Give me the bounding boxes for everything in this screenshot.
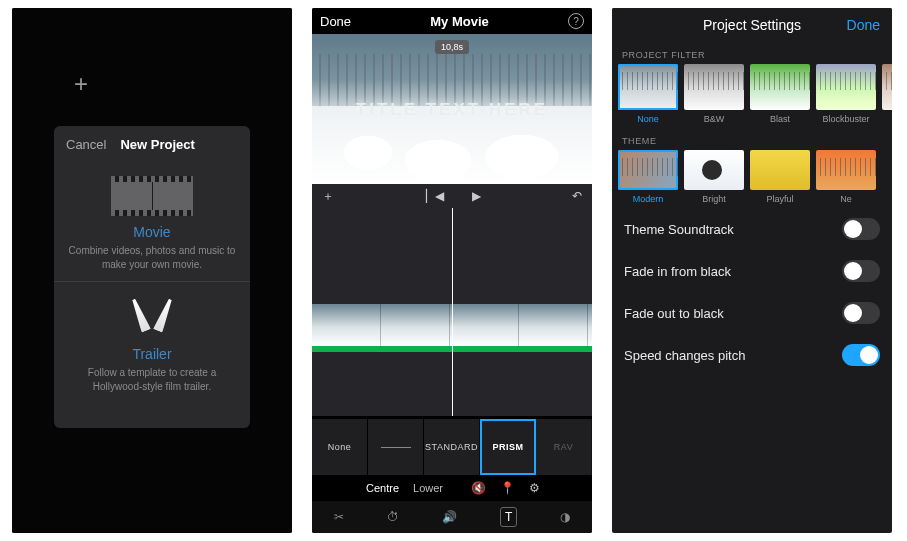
toggle-speed-pitch[interactable] (842, 344, 880, 366)
undo-icon[interactable]: ↶ (572, 189, 582, 203)
title-style-none[interactable]: None (312, 419, 368, 475)
title-position-row: Centre Lower 🔇 📍 ⚙ (312, 475, 592, 501)
prev-frame-icon[interactable]: ▏◀ (426, 189, 444, 203)
sheet-title: New Project (120, 137, 194, 152)
setting-label: Fade out to black (624, 306, 724, 321)
panel-settings: Project Settings Done PROJECT FILTER Non… (612, 8, 892, 533)
done-button[interactable]: Done (320, 14, 351, 29)
filter-bw[interactable]: B&W (684, 64, 744, 124)
setting-label: Speed changes pitch (624, 348, 745, 363)
position-lower[interactable]: Lower (413, 482, 443, 494)
titles-tool-icon[interactable]: T (500, 507, 517, 527)
bottom-toolbar: ✂ ⏱ 🔊 T ◑ (312, 501, 592, 533)
panel-new-project: + Cancel New Project Movie Combine video… (12, 8, 292, 533)
filters-tool-icon[interactable]: ◑ (560, 510, 570, 524)
filter-blockbuster[interactable]: Blockbuster (816, 64, 876, 124)
option-movie[interactable]: Movie Combine videos, photos and music t… (54, 162, 250, 281)
project-title: My Movie (430, 14, 489, 29)
cancel-button[interactable]: Cancel (66, 137, 106, 152)
setting-speed-pitch: Speed changes pitch (612, 334, 892, 376)
theme-bright[interactable]: Bright (684, 150, 744, 204)
preview-viewport: 10,8s TITLE TEXT HERE (312, 34, 592, 184)
mute-icon[interactable]: 🔇 (471, 481, 486, 495)
title-style-more[interactable]: RAV (536, 419, 592, 475)
toggle-theme-soundtrack[interactable] (842, 218, 880, 240)
play-icon[interactable]: ▶ (472, 189, 481, 203)
speed-icon[interactable]: ⏱ (387, 510, 399, 524)
option-trailer-desc: Follow a template to create a Hollywood-… (68, 366, 236, 393)
volume-icon[interactable]: 🔊 (442, 510, 457, 524)
add-icon[interactable]: + (74, 70, 88, 98)
setting-fade-out: Fade out to black (612, 292, 892, 334)
spotlight-icon (127, 296, 177, 338)
title-overlay-text[interactable]: TITLE TEXT HERE (312, 100, 592, 120)
title-style-picker: None STANDARD PRISM RAV (312, 419, 592, 475)
title-style-standard[interactable]: STANDARD (424, 419, 480, 475)
settings-list: Theme Soundtrack Fade in from black Fade… (612, 208, 892, 376)
panel-editor: Done My Movie ? 10,8s TITLE TEXT HERE ＋ … (312, 8, 592, 533)
position-centre[interactable]: Centre (366, 482, 399, 494)
title-style-simple[interactable] (368, 419, 424, 475)
theme-row[interactable]: Modern Bright Playful Ne (612, 150, 892, 208)
theme-modern[interactable]: Modern (618, 150, 678, 204)
duration-badge: 10,8s (435, 40, 469, 54)
timeline[interactable]: ＋ ▏◀ ▶ ↶ (312, 184, 592, 416)
section-theme-label: THEME (612, 128, 892, 150)
add-media-icon[interactable]: ＋ (322, 188, 334, 205)
toggle-fade-out[interactable] (842, 302, 880, 324)
new-project-sheet: Cancel New Project Movie Combine videos,… (54, 126, 250, 428)
done-button[interactable]: Done (847, 17, 880, 33)
editor-header: Done My Movie ? (312, 8, 592, 34)
setting-label: Theme Soundtrack (624, 222, 734, 237)
toggle-fade-in[interactable] (842, 260, 880, 282)
filter-blue[interactable]: Blue (882, 64, 892, 124)
sheet-header: Cancel New Project (54, 126, 250, 162)
playhead[interactable] (452, 208, 453, 416)
setting-theme-soundtrack: Theme Soundtrack (612, 208, 892, 250)
section-filter-label: PROJECT FILTER (612, 42, 892, 64)
setting-label: Fade in from black (624, 264, 731, 279)
theme-playful[interactable]: Playful (750, 150, 810, 204)
option-trailer[interactable]: Trailer Follow a template to create a Ho… (54, 282, 250, 403)
pin-icon[interactable]: 📍 (500, 481, 515, 495)
option-movie-label: Movie (68, 224, 236, 240)
help-icon[interactable]: ? (568, 13, 584, 29)
title-style-prism[interactable]: PRISM (480, 419, 536, 475)
option-trailer-label: Trailer (68, 346, 236, 362)
scissors-icon[interactable]: ✂ (334, 510, 344, 524)
option-movie-desc: Combine videos, photos and music to make… (68, 244, 236, 271)
theme-neon[interactable]: Ne (816, 150, 876, 204)
settings-header: Project Settings Done (612, 8, 892, 42)
filter-blast[interactable]: Blast (750, 64, 810, 124)
filter-row[interactable]: None B&W Blast Blockbuster Blue (612, 64, 892, 128)
gear-icon[interactable]: ⚙ (529, 481, 540, 495)
setting-fade-in: Fade in from black (612, 250, 892, 292)
filmstrip-icon (111, 176, 193, 216)
filter-none[interactable]: None (618, 64, 678, 124)
